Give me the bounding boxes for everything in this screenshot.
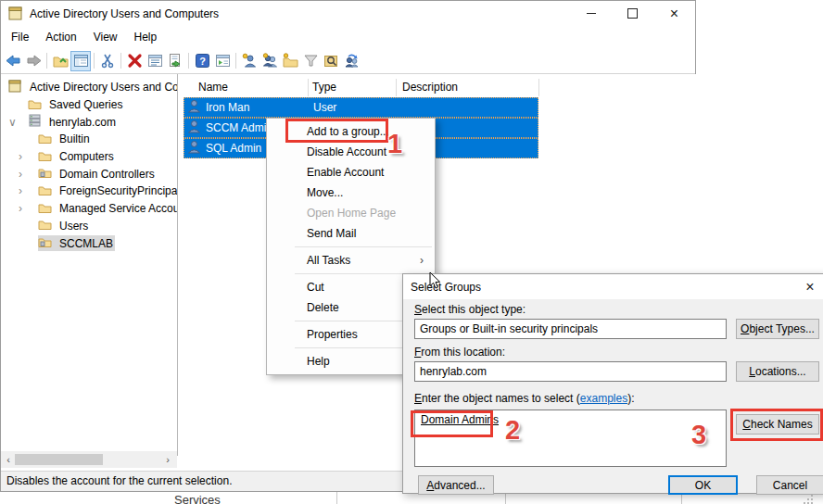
help-icon[interactable]: ? xyxy=(192,51,212,71)
locations-button[interactable]: Locations... xyxy=(736,361,819,382)
mouse-cursor xyxy=(429,271,442,293)
dialog-close-button[interactable]: × xyxy=(796,274,823,299)
window-title: Active Directory Users and Computers xyxy=(30,7,219,20)
column-divider[interactable] xyxy=(308,79,309,96)
tree-item-henrylab[interactable]: ∨ henrylab.com xyxy=(1,113,177,131)
folder-icon xyxy=(28,97,43,113)
tree-item-sccmlab[interactable]: SCCMLAB xyxy=(1,234,177,252)
maximize-icon xyxy=(627,8,638,19)
minimize-button[interactable] xyxy=(570,1,612,26)
tree-horizontal-scrollbar[interactable]: ‹ › xyxy=(1,451,177,468)
chevron-right-icon[interactable]: › xyxy=(16,202,38,215)
select-groups-dialog: Select Groups × Select this object type:… xyxy=(402,273,823,494)
ok-button[interactable]: OK xyxy=(668,475,738,495)
scroll-right-icon[interactable]: › xyxy=(160,454,175,465)
tree-item-users[interactable]: Users xyxy=(1,218,177,235)
column-header-description[interactable]: Description xyxy=(402,81,458,94)
tree-item-root[interactable]: Active Directory Users and Com xyxy=(1,79,177,96)
properties-icon[interactable] xyxy=(145,51,165,71)
status-text: Disables the account for the current sel… xyxy=(6,474,232,487)
up-one-level-icon[interactable] xyxy=(50,51,70,71)
examples-link[interactable]: examples xyxy=(580,392,627,405)
column-divider[interactable] xyxy=(396,79,397,96)
row-name: Iron Man xyxy=(206,101,249,114)
advanced-button[interactable]: Advanced... xyxy=(418,475,494,495)
minimize-icon xyxy=(587,13,596,14)
toolbar-separator xyxy=(46,53,47,69)
ou-folder-icon xyxy=(38,235,53,251)
tree-item-saved-queries[interactable]: Saved Queries xyxy=(1,96,177,114)
toolbar-separator xyxy=(94,53,95,69)
new-user-icon[interactable] xyxy=(239,51,260,71)
folder-icon xyxy=(38,132,53,147)
menu-view[interactable]: View xyxy=(85,28,126,46)
filter-icon[interactable] xyxy=(300,51,321,71)
object-types-button[interactable]: Object Types... xyxy=(736,319,819,339)
scroll-left-icon[interactable]: ‹ xyxy=(1,454,16,465)
delegate-icon[interactable] xyxy=(341,51,361,71)
tree-item-domain-controllers[interactable]: › Domain Controllers xyxy=(1,165,177,183)
domain-icon xyxy=(28,114,43,130)
menu-item-move[interactable]: Move... xyxy=(267,183,435,203)
ou-folder-icon xyxy=(38,166,53,182)
menu-item-all-tasks[interactable]: All Tasks › xyxy=(267,250,435,271)
divider xyxy=(336,492,337,504)
object-type-label: Select this object type: xyxy=(414,303,525,316)
new-window-icon[interactable] xyxy=(212,51,233,71)
back-icon[interactable] xyxy=(3,51,23,71)
menu-item-send-mail[interactable]: Send Mail xyxy=(267,223,435,244)
location-field[interactable]: henrylab.com xyxy=(414,361,727,382)
chevron-down-icon[interactable]: ∨ xyxy=(6,116,28,129)
menu-item-disable-account[interactable]: Disable Account xyxy=(267,142,435,162)
cut-icon[interactable] xyxy=(97,51,118,71)
folder-icon xyxy=(38,218,53,233)
folder-icon xyxy=(38,183,53,199)
chevron-right-icon[interactable]: › xyxy=(16,168,38,181)
maximize-button[interactable] xyxy=(612,1,653,26)
annotation-step-2: 2 xyxy=(505,415,520,446)
column-divider[interactable] xyxy=(538,79,539,96)
forward-icon[interactable] xyxy=(23,51,44,71)
object-type-field[interactable]: Groups or Built-in security principals xyxy=(414,319,727,339)
scrollbar-thumb[interactable] xyxy=(15,454,103,465)
resize-grip[interactable] xyxy=(803,494,814,504)
console-tree: Active Directory Users and Com Saved Que… xyxy=(1,74,178,456)
menu-item-open-home-page: Open Home Page xyxy=(267,203,435,223)
close-button[interactable]: × xyxy=(653,1,695,26)
chevron-right-icon[interactable]: › xyxy=(16,184,38,197)
menu-help[interactable]: Help xyxy=(126,28,166,46)
find-icon[interactable] xyxy=(321,51,341,71)
list-row-iron-man[interactable]: Iron Man User xyxy=(184,97,538,118)
object-names-field[interactable]: Domain Admins xyxy=(414,410,727,467)
new-group-icon[interactable] xyxy=(260,51,280,71)
row-type: User xyxy=(313,101,336,114)
new-ou-icon[interactable] xyxy=(280,51,300,71)
cancel-button[interactable]: Cancel xyxy=(756,475,823,495)
menu-item-enable-account[interactable]: Enable Account xyxy=(267,162,435,183)
toolbar-separator xyxy=(188,53,189,69)
column-header-name[interactable]: Name xyxy=(198,81,228,94)
delete-icon[interactable] xyxy=(124,51,145,71)
menu-file[interactable]: File xyxy=(3,28,37,46)
check-names-button[interactable]: Check Names xyxy=(736,414,819,435)
titlebar: Active Directory Users and Computers × xyxy=(1,1,695,26)
submenu-arrow-icon: › xyxy=(420,250,424,271)
export-list-icon[interactable] xyxy=(165,51,185,71)
tree-item-managed-service-accounts[interactable]: › Managed Service Accoun xyxy=(1,200,177,218)
svg-text:?: ? xyxy=(199,56,206,67)
tree-item-computers[interactable]: › Computers xyxy=(1,148,177,166)
menu-item-add-to-group[interactable]: Add to a group... xyxy=(267,121,435,142)
tree-item-builtin[interactable]: Builtin xyxy=(1,131,177,148)
toolbar: ? xyxy=(1,48,695,74)
tree-item-foreign-security-principals[interactable]: › ForeignSecurityPrincipals xyxy=(1,183,177,200)
annotation-step-1: 1 xyxy=(387,129,402,159)
folder-icon xyxy=(38,201,53,217)
menu-action[interactable]: Action xyxy=(37,28,84,46)
user-icon xyxy=(187,99,201,116)
menu-separator xyxy=(295,246,432,247)
user-icon xyxy=(187,120,201,136)
column-header-type[interactable]: Type xyxy=(312,81,336,94)
show-console-tree-icon[interactable] xyxy=(70,51,91,71)
chevron-right-icon[interactable]: › xyxy=(16,150,38,163)
folder-icon xyxy=(38,149,53,165)
